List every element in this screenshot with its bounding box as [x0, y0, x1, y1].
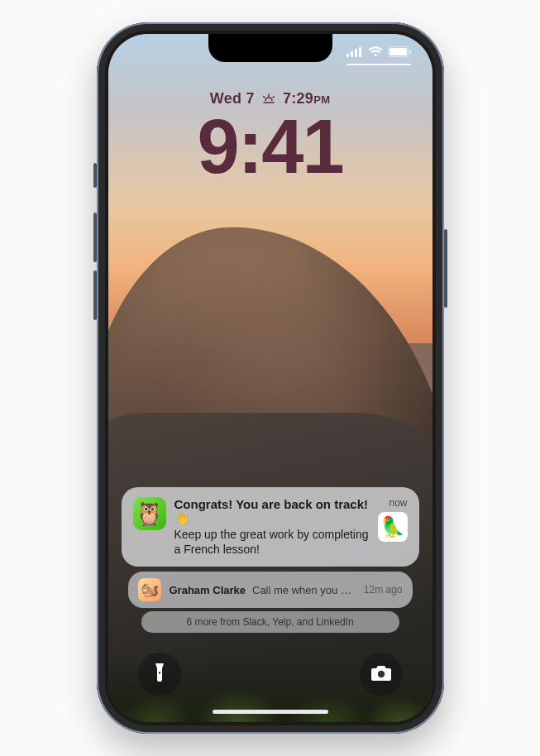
- svg-rect-6: [409, 50, 411, 54]
- camera-icon: [370, 663, 392, 685]
- notification-body: Keep up the great work by completing a F…: [174, 528, 370, 557]
- volume-up-button[interactable]: [93, 213, 97, 262]
- svg-rect-5: [389, 48, 407, 55]
- contact-avatar-icon: 🐿️: [138, 578, 161, 601]
- notification-preview: Call me when you g…: [252, 584, 357, 596]
- notification-timestamp: 12m ago: [364, 584, 403, 596]
- notification-sender: Graham Clarke: [170, 584, 246, 596]
- display-notch: [208, 34, 332, 62]
- cellular-signal-icon: [346, 45, 363, 60]
- lockscreen-clock: 9:41: [108, 103, 432, 190]
- svg-rect-0: [346, 54, 349, 57]
- status-bar: [346, 45, 411, 65]
- volume-down-button[interactable]: [93, 270, 97, 320]
- battery-icon: [388, 45, 411, 60]
- svg-rect-7: [159, 672, 160, 674]
- iphone-device-frame: Wed 7 7:29PM 9:41 🦉: [97, 22, 444, 734]
- notification-duolingo[interactable]: 🦉 Congrats! You are back on track! 👋 Kee…: [122, 487, 419, 567]
- side-button[interactable]: [444, 229, 447, 308]
- notification-attachment-icon: 🦜: [378, 512, 408, 542]
- mute-switch[interactable]: [93, 163, 97, 188]
- notification-messages[interactable]: 🐿️ Graham Clarke Call me when you g… 12m…: [128, 572, 413, 608]
- svg-rect-1: [351, 51, 353, 57]
- notification-more-summary[interactable]: 6 more from Slack, Yelp, and LinkedIn: [141, 611, 399, 633]
- home-indicator[interactable]: [213, 710, 328, 714]
- wifi-icon: [368, 45, 383, 60]
- flashlight-button[interactable]: [138, 653, 181, 696]
- svg-rect-3: [359, 47, 361, 57]
- notification-timestamp: now: [389, 497, 407, 509]
- svg-rect-2: [355, 49, 357, 57]
- notification-stack[interactable]: 🦉 Congrats! You are back on track! 👋 Kee…: [122, 487, 419, 633]
- lock-screen[interactable]: Wed 7 7:29PM 9:41 🦉: [108, 34, 432, 722]
- duolingo-app-icon: 🦉: [133, 497, 166, 530]
- svg-point-8: [377, 671, 384, 677]
- notification-title: Congrats! You are back on track! 👋: [174, 497, 370, 526]
- flashlight-icon: [151, 662, 169, 687]
- camera-button[interactable]: [360, 653, 403, 696]
